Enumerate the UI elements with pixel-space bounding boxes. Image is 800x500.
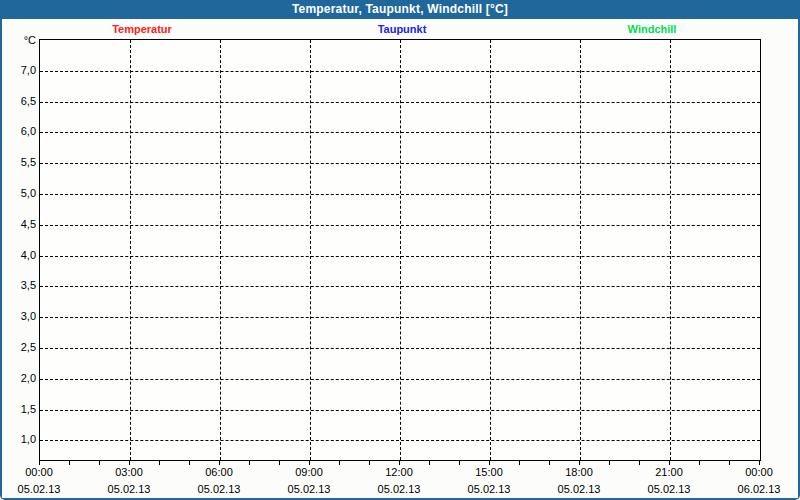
- x-tick-date-label: 06.02.13: [738, 483, 781, 495]
- x-tick-time-label: 15:00: [475, 466, 503, 478]
- x-tick-time-label: 21:00: [655, 466, 683, 478]
- y-tick-label: 7,0: [4, 64, 36, 76]
- x-axis-tick: [729, 460, 730, 465]
- chart-area: Temperatur Taupunkt Windchill °C 7,06,56…: [2, 19, 798, 498]
- x-tick-time-label: 12:00: [385, 466, 413, 478]
- x-axis-tick: [519, 460, 520, 465]
- y-tick-label: 6,5: [4, 95, 36, 107]
- plot-frame: [39, 39, 761, 461]
- y-tick-label: 3,0: [4, 310, 36, 322]
- gridline-vertical: [220, 40, 221, 460]
- gridline-vertical: [670, 40, 671, 460]
- x-axis-tick: [459, 460, 460, 465]
- y-tick-label: 6,0: [4, 125, 36, 137]
- x-tick-time-label: 18:00: [565, 466, 593, 478]
- x-axis-tick: [669, 460, 670, 465]
- y-axis-unit-label: °C: [4, 34, 36, 46]
- x-tick-date-label: 05.02.13: [378, 483, 421, 495]
- y-tick-label: 2,5: [4, 341, 36, 353]
- y-tick-label: 2,0: [4, 372, 36, 384]
- y-tick-label: 5,0: [4, 187, 36, 199]
- x-axis-tick: [609, 460, 610, 465]
- x-axis-tick: [339, 460, 340, 465]
- app-window: Temperatur, Taupunkt, Windchill [°C] Tem…: [0, 0, 800, 500]
- x-axis-tick: [249, 460, 250, 465]
- x-tick-date-label: 05.02.13: [648, 483, 691, 495]
- x-axis-tick: [69, 460, 70, 465]
- x-axis-tick: [549, 460, 550, 465]
- x-tick-date-label: 05.02.13: [108, 483, 151, 495]
- x-axis-tick: [369, 460, 370, 465]
- y-tick-label: 4,5: [4, 218, 36, 230]
- x-tick-time-label: 00:00: [25, 466, 53, 478]
- gridline-vertical: [400, 40, 401, 460]
- y-tick-label: 5,5: [4, 156, 36, 168]
- x-tick-time-label: 03:00: [115, 466, 143, 478]
- legend-temperatur: Temperatur: [112, 23, 172, 35]
- gridline-vertical: [490, 40, 491, 460]
- y-tick-label: 4,0: [4, 249, 36, 261]
- legend-windchill: Windchill: [628, 23, 677, 35]
- gridline-vertical: [130, 40, 131, 460]
- chart-title: Temperatur, Taupunkt, Windchill [°C]: [292, 2, 508, 16]
- x-tick-time-label: 06:00: [205, 466, 233, 478]
- x-axis-tick: [279, 460, 280, 465]
- x-axis-tick: [219, 460, 220, 465]
- x-axis-tick: [759, 460, 760, 465]
- window-titlebar: Temperatur, Taupunkt, Windchill [°C]: [0, 0, 800, 19]
- x-axis-tick: [309, 460, 310, 465]
- x-tick-date-label: 05.02.13: [468, 483, 511, 495]
- x-axis-tick: [189, 460, 190, 465]
- gridline-vertical: [310, 40, 311, 460]
- x-axis-tick: [99, 460, 100, 465]
- x-tick-date-label: 05.02.13: [558, 483, 601, 495]
- x-axis-tick: [639, 460, 640, 465]
- x-tick-time-label: 09:00: [295, 466, 323, 478]
- x-axis-tick: [39, 460, 40, 465]
- x-axis-tick: [699, 460, 700, 465]
- y-tick-label: 1,0: [4, 433, 36, 445]
- x-axis-tick: [579, 460, 580, 465]
- x-tick-date-label: 05.02.13: [198, 483, 241, 495]
- x-axis-tick: [129, 460, 130, 465]
- y-tick-label: 1,5: [4, 403, 36, 415]
- gridline-vertical: [580, 40, 581, 460]
- x-tick-time-label: 00:00: [745, 466, 773, 478]
- x-axis-tick: [489, 460, 490, 465]
- y-tick-label: 3,5: [4, 279, 36, 291]
- legend-taupunkt: Taupunkt: [378, 23, 427, 35]
- x-axis-tick: [399, 460, 400, 465]
- x-axis-tick: [429, 460, 430, 465]
- x-tick-date-label: 05.02.13: [18, 483, 61, 495]
- x-tick-date-label: 05.02.13: [288, 483, 331, 495]
- x-axis-tick: [159, 460, 160, 465]
